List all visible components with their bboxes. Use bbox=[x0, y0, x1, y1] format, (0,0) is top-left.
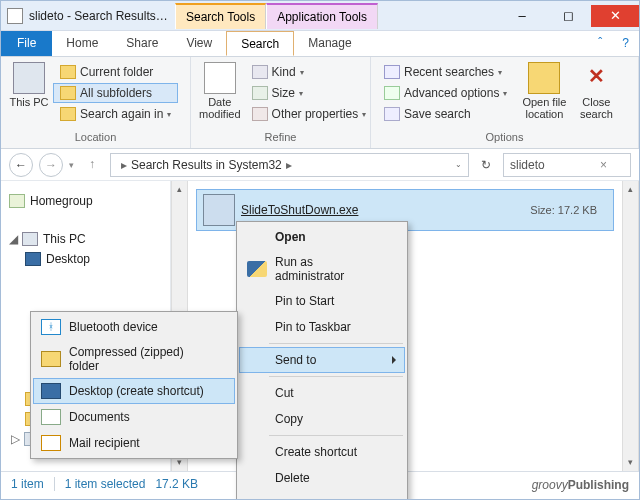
sendto-desktop-shortcut[interactable]: Desktop (create shortcut) bbox=[33, 378, 235, 404]
blank-icon bbox=[247, 319, 267, 335]
documents-icon bbox=[41, 409, 61, 425]
folder-icon bbox=[60, 86, 76, 100]
tab-view[interactable]: View bbox=[172, 31, 226, 56]
tree-item-desktop[interactable]: Desktop bbox=[5, 249, 166, 269]
desktop-icon bbox=[25, 252, 41, 266]
close-button[interactable]: ✕ bbox=[591, 5, 639, 27]
up-button[interactable]: ↑ bbox=[80, 153, 104, 177]
advanced-icon bbox=[384, 86, 400, 100]
dropdown-icon: ▾ bbox=[167, 110, 171, 119]
minimize-button[interactable]: – bbox=[499, 5, 545, 27]
tab-manage[interactable]: Manage bbox=[294, 31, 365, 56]
save-search-button[interactable]: Save search bbox=[377, 104, 514, 124]
this-pc-label: This PC bbox=[9, 96, 48, 108]
status-selected: 1 item selected bbox=[65, 477, 146, 491]
group-label: Location bbox=[7, 129, 184, 145]
ribbon-group-options: Recent searches ▾ Advanced options ▾ Sav… bbox=[371, 57, 639, 148]
kind-icon bbox=[252, 65, 268, 79]
tree-item-homegroup[interactable]: Homegroup bbox=[5, 191, 166, 211]
breadcrumb[interactable]: ▸ Search Results in System32 ▸ ⌄ bbox=[110, 153, 469, 177]
scroll-up-button[interactable]: ▴ bbox=[623, 181, 638, 198]
sendto-bluetooth[interactable]: ᚼBluetooth device bbox=[33, 314, 235, 340]
blank-icon bbox=[247, 385, 267, 401]
pc-icon bbox=[22, 232, 38, 246]
ctx-send-to[interactable]: Send to bbox=[239, 347, 405, 373]
mail-icon bbox=[41, 435, 61, 451]
size-button[interactable]: Size ▾ bbox=[245, 83, 374, 103]
contextual-tabs: Search Tools Application Tools bbox=[175, 3, 378, 29]
current-folder-button[interactable]: Current folder bbox=[53, 62, 178, 82]
breadcrumb-text: Search Results in System32 bbox=[131, 158, 282, 172]
save-icon bbox=[384, 107, 400, 121]
scroll-down-button[interactable]: ▾ bbox=[623, 454, 638, 471]
expand-icon[interactable]: ◢ bbox=[9, 232, 17, 246]
search-input[interactable] bbox=[510, 158, 600, 172]
expand-icon[interactable]: ▷ bbox=[11, 432, 19, 446]
date-modified-button[interactable]: Date modified bbox=[197, 60, 243, 122]
status-size: 17.2 KB bbox=[155, 477, 198, 491]
ctx-create-shortcut[interactable]: Create shortcut bbox=[239, 439, 405, 465]
content-scrollbar[interactable]: ▴ ▾ bbox=[622, 181, 639, 471]
this-pc-button[interactable]: This PC bbox=[7, 60, 51, 110]
window-controls: – ◻ ✕ bbox=[499, 5, 639, 27]
sendto-submenu: ᚼBluetooth device Compressed (zipped) fo… bbox=[30, 311, 238, 459]
ctx-copy[interactable]: Copy bbox=[239, 406, 405, 432]
tab-app-tools-header[interactable]: Application Tools bbox=[266, 3, 378, 29]
tree-item-this-pc[interactable]: ◢This PC bbox=[5, 229, 166, 249]
tab-search[interactable]: Search bbox=[226, 31, 294, 56]
desktop-icon bbox=[41, 383, 61, 399]
ctx-pin-taskbar[interactable]: Pin to Taskbar bbox=[239, 314, 405, 340]
ctx-cut[interactable]: Cut bbox=[239, 380, 405, 406]
history-dropdown[interactable]: ▾ bbox=[69, 160, 74, 170]
calendar-icon bbox=[204, 62, 236, 94]
folder-icon bbox=[60, 65, 76, 79]
back-button[interactable]: ← bbox=[9, 153, 33, 177]
close-search-button[interactable]: ✕ Close search bbox=[574, 60, 618, 122]
forward-button[interactable]: → bbox=[39, 153, 63, 177]
divider bbox=[269, 376, 403, 377]
search-box[interactable]: × bbox=[503, 153, 631, 177]
sendto-documents[interactable]: Documents bbox=[33, 404, 235, 430]
advanced-options-button[interactable]: Advanced options ▾ bbox=[377, 83, 514, 103]
blank-icon bbox=[247, 352, 267, 368]
maximize-button[interactable]: ◻ bbox=[545, 5, 591, 27]
ctx-pin-start[interactable]: Pin to Start bbox=[239, 288, 405, 314]
tab-home[interactable]: Home bbox=[52, 31, 112, 56]
blank-icon bbox=[247, 496, 267, 500]
all-subfolders-button[interactable]: All subfolders bbox=[53, 83, 178, 103]
scroll-up-button[interactable]: ▴ bbox=[172, 181, 187, 198]
chevron-right-icon: ▸ bbox=[286, 158, 292, 172]
open-file-location-button[interactable]: Open file location bbox=[516, 60, 572, 122]
dropdown-icon: ▾ bbox=[299, 89, 303, 98]
divider bbox=[269, 343, 403, 344]
tab-search-tools-header[interactable]: Search Tools bbox=[175, 3, 266, 29]
kind-button[interactable]: Kind ▾ bbox=[245, 62, 374, 82]
tab-file[interactable]: File bbox=[1, 31, 52, 56]
close-x-icon: ✕ bbox=[580, 62, 612, 94]
divider bbox=[54, 477, 55, 491]
other-properties-button[interactable]: Other properties ▾ bbox=[245, 104, 374, 124]
search-again-button[interactable]: Search again in ▾ bbox=[53, 104, 178, 124]
context-menu: Open Run as administrator Pin to Start P… bbox=[236, 221, 408, 500]
bluetooth-icon: ᚼ bbox=[41, 319, 61, 335]
dropdown-icon: ▾ bbox=[498, 68, 502, 77]
help-button[interactable]: ? bbox=[612, 31, 639, 56]
blank-icon bbox=[247, 444, 267, 460]
sendto-mail[interactable]: Mail recipient bbox=[33, 430, 235, 456]
ctx-open[interactable]: Open bbox=[239, 224, 405, 250]
ribbon-collapse-button[interactable]: ˆ bbox=[588, 31, 612, 56]
window-title: slideto - Search Results in... bbox=[29, 9, 171, 23]
tab-share[interactable]: Share bbox=[112, 31, 172, 56]
dropdown-icon: ▾ bbox=[362, 110, 366, 119]
ctx-delete[interactable]: Delete bbox=[239, 465, 405, 491]
group-label: Refine bbox=[197, 129, 364, 145]
breadcrumb-dropdown[interactable]: ⌄ bbox=[455, 160, 462, 169]
ctx-rename[interactable]: Rename bbox=[239, 491, 405, 500]
ctx-run-as-admin[interactable]: Run as administrator bbox=[239, 250, 405, 288]
folder-icon bbox=[60, 107, 76, 121]
ribbon-tabs: File Home Share View Search Manage ˆ ? bbox=[1, 31, 639, 57]
refresh-button[interactable]: ↻ bbox=[475, 158, 497, 172]
clear-search-button[interactable]: × bbox=[600, 158, 607, 172]
sendto-zip[interactable]: Compressed (zipped) folder bbox=[33, 340, 235, 378]
recent-searches-button[interactable]: Recent searches ▾ bbox=[377, 62, 514, 82]
